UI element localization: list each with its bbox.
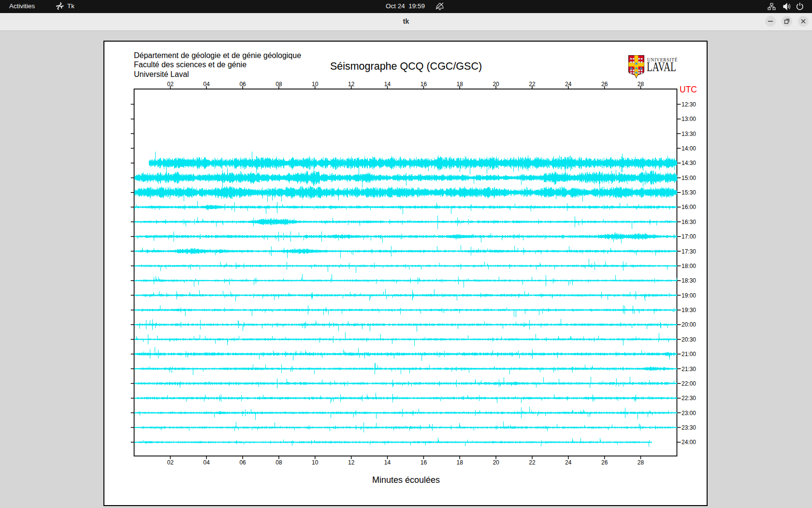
svg-text:14: 14 — [384, 459, 391, 466]
svg-text:24: 24 — [565, 459, 572, 466]
svg-text:22:00: 22:00 — [682, 380, 696, 387]
svg-text:04: 04 — [203, 81, 210, 88]
svg-text:24:00: 24:00 — [682, 439, 696, 446]
svg-text:14:30: 14:30 — [682, 160, 696, 166]
svg-text:19:30: 19:30 — [682, 307, 696, 314]
svg-text:16:00: 16:00 — [682, 204, 696, 210]
svg-text:24: 24 — [565, 81, 572, 88]
svg-text:17:30: 17:30 — [682, 248, 696, 255]
svg-text:06: 06 — [239, 81, 246, 88]
svg-text:18: 18 — [457, 81, 464, 88]
svg-text:Département de géologie et de: Département de géologie et de génie géol… — [134, 51, 301, 60]
svg-text:Minutes écoulées: Minutes écoulées — [372, 475, 440, 485]
svg-text:22:30: 22:30 — [682, 395, 696, 402]
svg-text:15:30: 15:30 — [682, 189, 696, 196]
svg-text:12: 12 — [348, 459, 355, 466]
svg-text:15:00: 15:00 — [682, 175, 696, 181]
svg-text:20:00: 20:00 — [682, 321, 696, 328]
svg-text:LAVAL: LAVAL — [647, 60, 676, 74]
svg-text:28: 28 — [638, 81, 644, 88]
svg-text:20: 20 — [493, 459, 499, 466]
svg-text:02: 02 — [167, 459, 174, 466]
svg-text:14: 14 — [384, 81, 391, 88]
svg-text:14:00: 14:00 — [682, 145, 696, 152]
svg-text:20:30: 20:30 — [682, 336, 696, 343]
svg-text:21:00: 21:00 — [682, 351, 696, 358]
svg-text:08: 08 — [276, 81, 282, 88]
svg-text:12: 12 — [348, 81, 355, 88]
svg-text:12:30: 12:30 — [682, 101, 696, 108]
svg-text:Séismographe QCQ (CGC/GSC): Séismographe QCQ (CGC/GSC) — [330, 60, 482, 72]
svg-text:Faculté des sciences et de gén: Faculté des sciences et de génie — [134, 60, 246, 69]
svg-text:22: 22 — [529, 81, 536, 88]
svg-text:28: 28 — [638, 459, 644, 466]
svg-text:10: 10 — [312, 459, 319, 466]
svg-text:06: 06 — [239, 459, 246, 466]
svg-text:19:00: 19:00 — [682, 292, 696, 299]
svg-text:UTC: UTC — [680, 85, 697, 94]
svg-text:16:30: 16:30 — [682, 219, 696, 225]
svg-text:13:30: 13:30 — [682, 131, 696, 137]
svg-text:16: 16 — [420, 81, 427, 88]
svg-text:18: 18 — [457, 459, 464, 466]
svg-text:20: 20 — [493, 81, 499, 88]
svg-text:17:00: 17:00 — [682, 233, 696, 240]
svg-text:18:30: 18:30 — [682, 277, 696, 284]
svg-text:26: 26 — [601, 81, 608, 88]
svg-text:23:30: 23:30 — [682, 424, 696, 431]
svg-text:10: 10 — [312, 81, 319, 88]
svg-text:26: 26 — [601, 459, 608, 466]
svg-text:23:00: 23:00 — [682, 410, 696, 417]
svg-text:02: 02 — [167, 81, 174, 88]
svg-text:18:00: 18:00 — [682, 263, 696, 269]
svg-text:Université Laval: Université Laval — [134, 70, 189, 78]
svg-text:04: 04 — [203, 459, 210, 466]
svg-text:13:00: 13:00 — [682, 116, 696, 122]
svg-text:16: 16 — [420, 459, 427, 466]
svg-text:21:30: 21:30 — [682, 366, 696, 373]
svg-text:22: 22 — [529, 459, 536, 466]
svg-text:08: 08 — [276, 459, 282, 466]
